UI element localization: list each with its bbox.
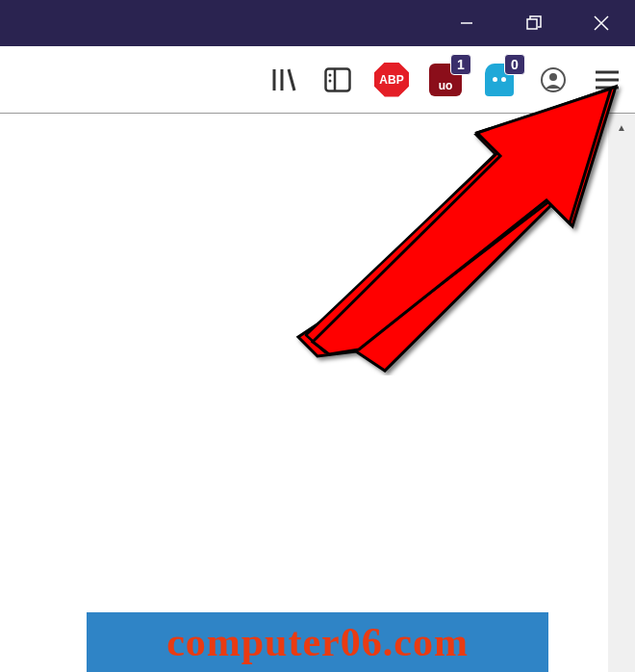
restore-icon bbox=[525, 14, 543, 32]
svg-point-12 bbox=[549, 73, 557, 81]
svg-point-9 bbox=[329, 73, 332, 76]
close-button[interactable] bbox=[568, 0, 635, 46]
window-controls bbox=[433, 0, 635, 46]
ublock-badge: 1 bbox=[450, 54, 471, 75]
page-content: ▲ bbox=[0, 114, 635, 672]
ghostery-badge: 0 bbox=[504, 54, 525, 75]
sidebar-button[interactable] bbox=[316, 58, 360, 102]
library-button[interactable] bbox=[262, 58, 306, 102]
minimize-icon bbox=[459, 15, 474, 31]
watermark: computer06.com bbox=[87, 612, 548, 672]
abp-icon: ABP bbox=[374, 63, 409, 97]
close-icon bbox=[593, 14, 610, 32]
account-icon bbox=[539, 65, 568, 94]
ghostery-button[interactable]: 0 bbox=[477, 58, 521, 102]
menu-button[interactable] bbox=[585, 58, 629, 102]
sidebar-icon bbox=[324, 67, 351, 92]
scroll-up-icon[interactable]: ▲ bbox=[608, 114, 635, 141]
browser-toolbar: ABP uo 1 0 bbox=[0, 46, 635, 114]
svg-line-6 bbox=[289, 69, 294, 90]
vertical-scrollbar[interactable]: ▲ bbox=[608, 114, 635, 672]
account-button[interactable] bbox=[531, 58, 575, 102]
library-icon bbox=[269, 65, 298, 94]
ublock-origin-button[interactable]: uo 1 bbox=[423, 58, 468, 102]
adblock-plus-button[interactable]: ABP bbox=[369, 58, 414, 102]
restore-button[interactable] bbox=[500, 0, 568, 46]
ublock-text: uo bbox=[439, 79, 453, 92]
abp-text: ABP bbox=[379, 73, 403, 87]
minimize-button[interactable] bbox=[433, 0, 500, 46]
watermark-text: computer06.com bbox=[166, 619, 469, 665]
hamburger-menu-icon bbox=[594, 68, 621, 91]
svg-point-10 bbox=[329, 79, 332, 82]
window-titlebar bbox=[0, 0, 635, 46]
svg-rect-1 bbox=[527, 19, 537, 29]
